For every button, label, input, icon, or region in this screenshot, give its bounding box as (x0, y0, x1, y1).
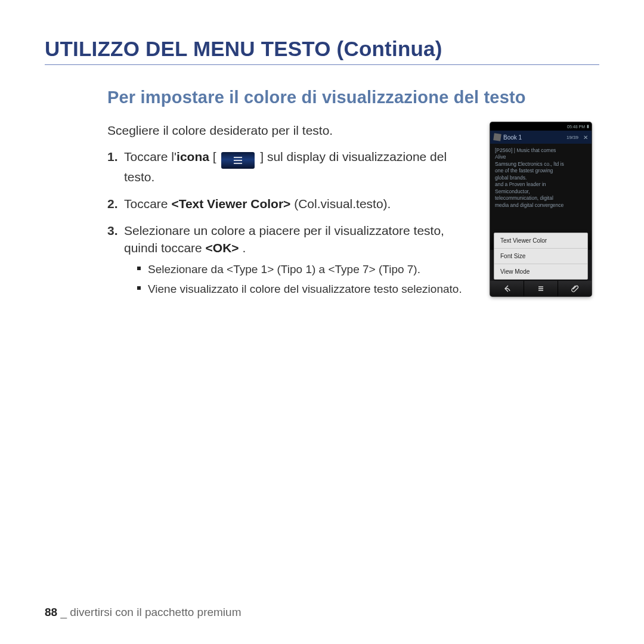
footer-chapter: divertirsi con il pacchetto premium (70, 606, 241, 618)
device-popup-menu: Text Viewer Color Font Size View Mode (494, 233, 588, 280)
book-icon (493, 133, 501, 141)
device-back-icon[interactable] (490, 281, 524, 296)
device-status-time: 05:48 PM (567, 125, 585, 129)
content-line: Semiconductor, (495, 188, 587, 195)
section-heading: Per impostare il colore di visualizzazio… (107, 88, 599, 107)
device-close-icon: ✕ (583, 134, 588, 141)
step3-part-c: . (239, 241, 246, 255)
content-line: one of the fastest growing (495, 168, 587, 174)
page-footer: 88 _ divertirsi con il pacchetto premium (45, 606, 241, 619)
step2-part-a: Toccare (124, 197, 171, 210)
content-line: media and digital convergence (495, 202, 587, 209)
page-number: 88 (45, 606, 57, 618)
step1-icona-word: icona (177, 150, 209, 163)
menu-item-text-viewer-color[interactable]: Text Viewer Color (494, 233, 587, 249)
step1-open-bracket: [ (209, 150, 216, 163)
content-line: [P2560] | Music that comes (495, 147, 587, 154)
content-line: Alive (495, 154, 587, 160)
intro-text: Scegliere il colore desiderato per il te… (107, 122, 477, 140)
page-title: UTILIZZO DEL MENU TESTO (Continua) (45, 37, 599, 61)
step-1: Toccare l'icona [ ] sul display di visua… (107, 148, 477, 186)
device-battery-icon: ▮ (587, 124, 589, 129)
step2-bold: <Text Viewer Color> (171, 197, 290, 210)
title-rule (45, 64, 599, 65)
device-menu-icon[interactable] (524, 281, 558, 296)
content-line: and a Proven leader in (495, 181, 587, 188)
device-page-indicator: 19/39 (566, 135, 578, 140)
device-book-title: Book 1 (503, 134, 522, 141)
device-bottom-bar (490, 281, 592, 296)
step1-part-a: Toccare l' (124, 150, 177, 163)
device-titlebar: Book 1 19/39 ✕ (490, 131, 592, 144)
step3-bold: <OK> (206, 241, 239, 255)
step-3: Selezionare un colore a piacere per il v… (107, 222, 477, 297)
device-screenshot: 05:48 PM ▮ Book 1 19/39 ✕ [P2560] | Musi… (490, 122, 592, 296)
footer-sep: _ (57, 606, 70, 618)
menu-item-view-mode[interactable]: View Mode (494, 264, 587, 279)
content-line: Samsung Electronics co., ltd is (495, 161, 587, 168)
content-line: telecommunication, digital (495, 195, 587, 202)
bullet-2: Viene visualizzato il colore del visuali… (137, 281, 477, 297)
step3-part-a: Selezionare un colore a piacere per il v… (124, 224, 444, 255)
step-2: Toccare <Text Viewer Color> (Col.visual.… (107, 196, 477, 213)
bullet-1: Selezionare da <Type 1> (Tipo 1) a <Type… (137, 262, 477, 277)
menu-icon (221, 152, 255, 169)
menu-item-font-size[interactable]: Font Size (494, 249, 587, 264)
device-attach-icon[interactable] (558, 281, 592, 296)
content-line: global brands. (495, 175, 587, 181)
device-statusbar: 05:48 PM ▮ (490, 122, 592, 131)
step2-part-c: (Col.visual.testo). (290, 197, 391, 210)
